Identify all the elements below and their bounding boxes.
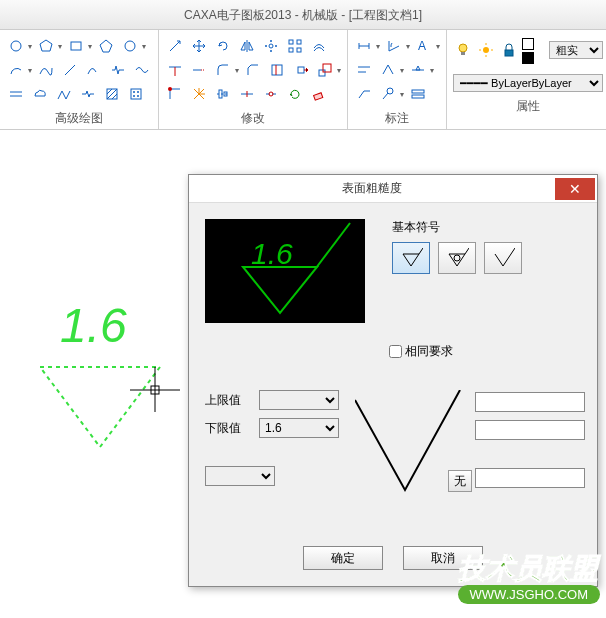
svg-line-75	[465, 248, 469, 254]
lineweight-select[interactable]: 粗实	[549, 41, 603, 59]
copy-array-icon[interactable]	[285, 36, 305, 56]
fillet-icon[interactable]	[213, 60, 233, 80]
surface-icon[interactable]	[378, 60, 398, 80]
scale-icon[interactable]	[165, 36, 185, 56]
svg-line-70	[316, 223, 350, 268]
dim-angle-icon[interactable]	[384, 36, 404, 56]
pentagon-icon[interactable]	[96, 36, 116, 56]
preview-box: 1.6	[205, 219, 365, 323]
svg-rect-25	[289, 48, 293, 52]
svg-point-21	[270, 50, 272, 52]
lower-label: 下限值	[205, 420, 259, 437]
svg-point-13	[133, 95, 135, 97]
svg-line-8	[107, 89, 117, 99]
spline-icon[interactable]	[36, 60, 56, 80]
svg-rect-56	[461, 52, 465, 55]
chamfer-icon[interactable]	[243, 60, 263, 80]
svg-rect-35	[323, 64, 331, 72]
circle-icon[interactable]	[6, 36, 26, 56]
text-icon[interactable]: A	[414, 36, 434, 56]
upper-value-select[interactable]	[259, 390, 339, 410]
bulb-icon[interactable]	[453, 40, 472, 60]
mirror-icon[interactable]	[237, 36, 257, 56]
svg-text:A: A	[418, 39, 426, 53]
symbol-group: 基本符号	[392, 219, 522, 274]
sun-icon[interactable]	[476, 40, 495, 60]
move-icon[interactable]	[189, 36, 209, 56]
break2-icon[interactable]	[267, 60, 287, 80]
lower-value-select[interactable]: 1.6	[259, 418, 339, 438]
line-icon[interactable]	[60, 60, 80, 80]
arc-icon[interactable]	[6, 60, 26, 80]
close-icon[interactable]: ✕	[555, 178, 595, 200]
surface-roughness-dialog: 表面粗糙度 ✕ 1.6 基本符号	[188, 174, 598, 587]
svg-marker-17	[249, 42, 253, 50]
svg-point-20	[275, 45, 277, 47]
hatch-icon[interactable]	[102, 84, 122, 104]
align-icon[interactable]	[213, 84, 233, 104]
process-input[interactable]	[475, 468, 585, 488]
circle2-icon[interactable]	[120, 36, 140, 56]
symbol-removal-prohibited[interactable]	[438, 242, 476, 274]
polyline2-icon[interactable]	[84, 60, 104, 80]
offset2-icon[interactable]	[309, 36, 329, 56]
dim-style-icon[interactable]	[408, 84, 428, 104]
svg-point-55	[459, 44, 467, 52]
array-icon[interactable]	[261, 36, 281, 56]
scale2-icon[interactable]	[315, 60, 335, 80]
color-swatch[interactable]	[522, 36, 545, 64]
dim-baseline-icon[interactable]	[354, 60, 374, 80]
split-icon[interactable]	[237, 84, 257, 104]
break-icon[interactable]	[78, 84, 98, 104]
refresh-icon[interactable]	[285, 84, 305, 104]
leader-icon[interactable]	[354, 84, 374, 104]
svg-point-19	[270, 40, 272, 42]
welding-icon[interactable]	[408, 60, 428, 80]
svg-rect-42	[314, 93, 323, 100]
offset-icon[interactable]	[6, 84, 26, 104]
explode-icon[interactable]	[189, 84, 209, 104]
erase-icon[interactable]	[309, 84, 329, 104]
svg-rect-24	[297, 40, 301, 44]
ok-button[interactable]: 确定	[303, 546, 383, 570]
svg-line-9	[112, 94, 117, 99]
cloud-icon[interactable]	[30, 84, 50, 104]
extra-select[interactable]	[205, 466, 275, 486]
rotate-icon[interactable]	[213, 36, 233, 56]
extend-icon[interactable]	[189, 60, 209, 80]
linetype-select[interactable]: ━━━━ ByLayerByLayer	[453, 74, 603, 92]
wave-icon[interactable]	[132, 60, 152, 80]
trim-icon[interactable]	[165, 60, 185, 80]
balloon-icon[interactable]	[378, 84, 398, 104]
ghost-roughness-symbol: 1.6	[20, 282, 180, 455]
polyline3-icon[interactable]	[54, 84, 74, 104]
svg-marker-69	[243, 267, 317, 313]
svg-marker-16	[241, 42, 245, 50]
svg-rect-54	[412, 95, 424, 98]
lower-text-input[interactable]	[475, 420, 585, 440]
same-requirement-label[interactable]: 相同要求	[389, 344, 453, 358]
dim-linear-icon[interactable]	[354, 36, 374, 56]
pattern-icon[interactable]	[126, 84, 146, 104]
lock-icon[interactable]	[499, 40, 518, 60]
symbol-basic[interactable]	[484, 242, 522, 274]
zigzag-icon[interactable]	[108, 60, 128, 80]
symbol-removal-required[interactable]	[392, 242, 430, 274]
stretch-icon[interactable]	[291, 60, 311, 80]
rect-icon[interactable]	[66, 36, 86, 56]
svg-point-4	[125, 41, 135, 51]
svg-rect-53	[412, 90, 424, 93]
corner-icon[interactable]	[165, 84, 185, 104]
polygon-icon[interactable]	[36, 36, 56, 56]
svg-marker-71	[403, 254, 419, 266]
none-button[interactable]: 无	[448, 470, 472, 492]
upper-text-input[interactable]	[475, 392, 585, 412]
svg-text:1.6: 1.6	[251, 237, 293, 270]
same-requirement-checkbox[interactable]	[389, 345, 402, 358]
dialog-titlebar[interactable]: 表面粗糙度 ✕	[189, 175, 597, 203]
join-icon[interactable]	[261, 84, 281, 104]
group-label-annotate: 标注	[354, 106, 440, 129]
svg-point-36	[168, 87, 172, 91]
svg-rect-37	[219, 90, 222, 98]
cancel-button[interactable]: 取消	[403, 546, 483, 570]
